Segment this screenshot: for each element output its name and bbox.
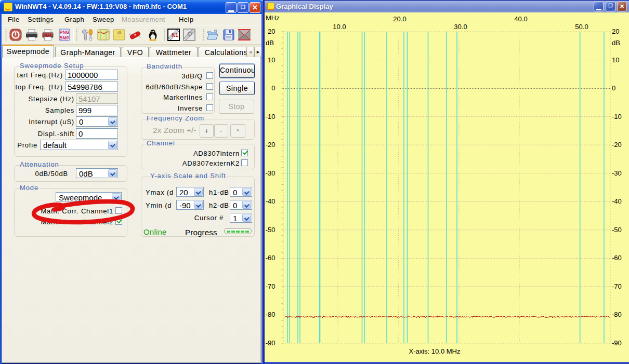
svg-text:50.0: 50.0: [575, 23, 588, 31]
svg-text:X-axis: 10.0 MHz: X-axis: 10.0 MHz: [409, 347, 461, 355]
svg-text:-20: -20: [612, 141, 622, 149]
svg-text:dB: dB: [612, 39, 620, 47]
svg-text:-50: -50: [266, 226, 276, 234]
svg-text:-60: -60: [266, 254, 276, 262]
svg-text:-70: -70: [612, 282, 622, 290]
svg-text:10: 10: [612, 56, 619, 64]
svg-text:BMP: BMP: [60, 35, 70, 41]
svg-text:MHz: MHz: [266, 14, 280, 22]
svg-text:-50: -50: [612, 226, 622, 234]
svg-text:-70: -70: [266, 282, 276, 290]
svg-text:-90: -90: [266, 339, 276, 347]
svg-text:PDF: PDF: [43, 32, 54, 38]
svg-text:-40: -40: [612, 197, 622, 205]
svg-text:-20: -20: [266, 141, 276, 149]
svg-text:-90: -90: [612, 339, 622, 347]
svg-text:10: 10: [268, 56, 275, 64]
svg-text:0: 0: [271, 84, 275, 92]
svg-text:K1: K1: [172, 32, 178, 38]
svg-text:-80: -80: [266, 311, 276, 318]
svg-text:-10: -10: [612, 113, 622, 120]
svg-text:-10: -10: [266, 113, 276, 120]
svg-text:-30: -30: [612, 169, 622, 177]
svg-text:20.0: 20.0: [393, 15, 406, 23]
svg-text:20: 20: [612, 28, 619, 35]
svg-text:30.0: 30.0: [454, 23, 467, 31]
svg-text:-80: -80: [612, 311, 622, 318]
svg-text:-30: -30: [266, 169, 276, 177]
svg-text:dB: dB: [266, 39, 274, 47]
svg-text:10.0: 10.0: [333, 23, 346, 31]
svg-text:0: 0: [612, 84, 615, 92]
svg-text:-60: -60: [612, 254, 622, 262]
svg-text:20: 20: [268, 28, 275, 35]
svg-text:PNG: PNG: [60, 30, 70, 35]
svg-text:-40: -40: [266, 197, 276, 205]
svg-text:40.0: 40.0: [514, 15, 527, 23]
